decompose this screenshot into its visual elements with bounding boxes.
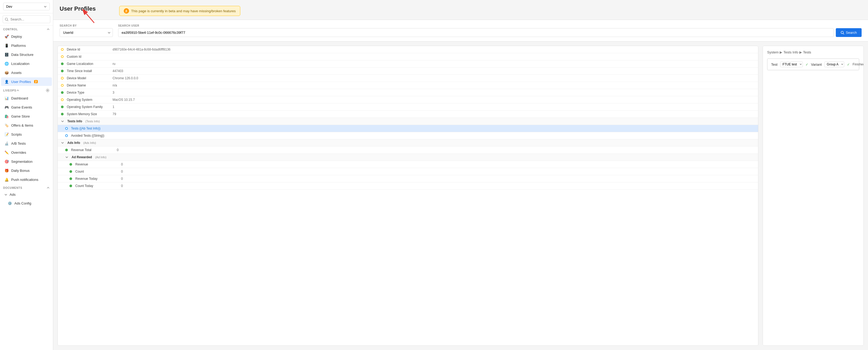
sidebar-item-data-structure[interactable]: 🗄️ Data Structure <box>1 50 52 59</box>
field-time-since-install: Time Since Install 447403 <box>58 68 758 75</box>
dot-system-memory <box>61 113 64 116</box>
tests-info-sublabel: (Tests Info) <box>85 120 100 123</box>
field-os-family: Operating System Family 1 <box>58 103 758 110</box>
sidebar-item-segmentation[interactable]: 🎯 Segmentation <box>1 157 52 166</box>
breadcrumb-arrow-1: ▶ <box>780 50 782 54</box>
label-tests: Tests ({Ab Test Info}) <box>71 127 114 130</box>
localization-icon: 🌐 <box>4 61 9 66</box>
search-by-select[interactable]: UserId CustomId DeviceId <box>60 28 113 37</box>
search-bar: SEARCH BY UserId CustomId DeviceId SEARC… <box>53 20 868 41</box>
search-user-input[interactable] <box>118 28 834 37</box>
liveops-collapse-icon[interactable] <box>16 89 20 92</box>
svg-point-4 <box>841 31 843 33</box>
sidebar-item-push-notifications[interactable]: 🔔 Push notifications <box>1 175 52 184</box>
env-selector[interactable]: Dev <box>0 0 53 13</box>
breadcrumb-tests-info: Tests Info <box>783 50 798 54</box>
data-structure-icon: 🗄️ <box>4 52 9 57</box>
sidebar-item-scripts[interactable]: 📝 Scripts <box>1 130 52 138</box>
right-panel: System ▶ Tests Info ▶ Tests Test FTUE te… <box>763 46 864 346</box>
push-notifications-icon: 🔔 <box>4 177 9 182</box>
dot-device-model <box>61 77 64 79</box>
sidebar-item-ads[interactable]: Ads <box>1 191 52 198</box>
test-check-icon[interactable]: ✓ <box>805 63 808 66</box>
sidebar-search-area <box>0 13 53 26</box>
label-device-model: Device Model <box>67 76 110 80</box>
field-device-model: Device Model Chrome 126.0.0.0 <box>58 75 758 82</box>
finished-label: Finished <box>852 63 864 66</box>
chevron-down-icon <box>44 5 47 8</box>
sidebar-item-game-events[interactable]: 🎮 Game Events <box>1 103 52 112</box>
sidebar-item-localization[interactable]: 🌐 Localization <box>1 59 52 68</box>
sidebar-item-platforms[interactable]: 📱 Platforms <box>1 41 52 50</box>
user-profiles-icon: 👤 <box>4 79 9 84</box>
field-system-memory: System Memory Size 79 <box>58 110 758 118</box>
dot-device-id <box>61 48 64 51</box>
ad-rewarded-expand-icon <box>65 156 68 159</box>
section-ad-rewarded[interactable]: Ad Rewarded (Ad Info) <box>58 154 758 161</box>
scripts-icon: 📝 <box>4 132 9 137</box>
label-system-memory: System Memory Size <box>67 112 110 116</box>
breadcrumb-arrow-2: ▶ <box>799 50 802 54</box>
test-select-wrap: FTUE test <box>780 61 803 67</box>
documents-section-header: DOCUMENTS <box>0 184 53 190</box>
dot-time-since-install <box>61 70 64 72</box>
sidebar-item-deploy[interactable]: 🚀 Deploy <box>1 32 52 41</box>
value-count-today: 0 <box>121 184 123 188</box>
data-panel: Device Id d907160e-64c4-481a-8c68-6dad6f… <box>58 46 758 346</box>
label-revenue-today: Revenue Today <box>75 177 118 181</box>
gear-icon[interactable] <box>45 88 50 93</box>
sidebar-item-dashboard[interactable]: 📊 Dashboard <box>1 94 52 102</box>
breadcrumb: System ▶ Tests Info ▶ Tests <box>767 50 859 54</box>
label-custom-id: Custom Id <box>67 55 110 59</box>
sidebar-item-offers-items[interactable]: 🏷️ Offers & Items <box>1 121 52 129</box>
sidebar-item-user-profiles[interactable]: 👤 User Profiles β <box>1 77 52 86</box>
sidebar-search-input[interactable] <box>3 15 50 23</box>
sidebar-item-ab-tests[interactable]: 🔬 A/B Tests <box>1 139 52 148</box>
section-ads-info[interactable]: Ads Info (Ads Info) <box>58 139 758 147</box>
svg-point-2 <box>47 90 49 91</box>
sidebar-item-overrides[interactable]: ✏️ Overrides <box>1 148 52 157</box>
collapse-icon[interactable] <box>46 28 50 31</box>
value-device-model: Chrome 126.0.0.0 <box>113 76 138 80</box>
docs-collapse-icon[interactable] <box>46 186 50 189</box>
label-avoided-tests: Avoided Tests ({String}) <box>71 134 114 137</box>
content-area: Device Id d907160e-64c4-481a-8c68-6dad6f… <box>53 41 868 350</box>
game-events-icon: 🎮 <box>4 105 9 109</box>
row-count: Count 0 <box>58 168 758 175</box>
field-device-name: Device Name n/a <box>58 82 758 89</box>
daily-bonus-icon: 🎁 <box>4 168 9 173</box>
test-select[interactable]: FTUE test <box>780 61 803 67</box>
value-time-since-install: 447403 <box>113 69 123 73</box>
label-device-name: Device Name <box>67 84 110 87</box>
sidebar-item-game-store[interactable]: 🛍️ Game Store <box>1 112 52 121</box>
row-revenue-total: Revenue Total 0 <box>58 147 758 154</box>
ads-info-sublabel: (Ads Info) <box>83 141 96 145</box>
row-revenue-today: Revenue Today 0 <box>58 175 758 183</box>
control-section-header: CONTROL <box>0 26 53 32</box>
search-input-row: Search <box>118 28 862 37</box>
main-content: User Profiles β This page is currently i… <box>53 0 868 350</box>
sidebar-item-ads-config[interactable]: ⚙️ Ads Config <box>1 199 52 208</box>
ad-rewarded-sublabel: (Ad Info) <box>95 156 106 159</box>
label-device-type: Device Type <box>67 91 110 94</box>
sidebar-item-daily-bonus[interactable]: 🎁 Daily Bonus <box>1 166 52 175</box>
row-avoided-tests[interactable]: Avoided Tests ({String}) <box>58 132 758 139</box>
beta-icon: β <box>124 8 129 13</box>
sidebar-item-assets[interactable]: 📦 Assets <box>1 68 52 77</box>
variant-select[interactable]: Group A <box>824 61 844 67</box>
row-revenue: Revenue 0 <box>58 161 758 168</box>
label-revenue: Revenue <box>75 162 118 166</box>
svg-line-5 <box>843 33 844 34</box>
section-expand-icon <box>61 120 64 123</box>
variant-check-icon[interactable]: ✓ <box>847 63 850 66</box>
search-button[interactable]: Search <box>836 28 862 37</box>
value-device-name: n/a <box>113 84 117 87</box>
label-game-localization: Game Localization <box>67 62 110 66</box>
value-device-type: 3 <box>113 91 115 94</box>
value-device-id: d907160e-64c4-481a-8c68-6dad6fff8136 <box>113 47 170 51</box>
platforms-icon: 📱 <box>4 43 9 48</box>
value-revenue-total: 0 <box>117 148 119 152</box>
search-user-label: SEARCH USER <box>118 24 862 27</box>
row-tests[interactable]: Tests ({Ab Test Info}) <box>58 125 758 132</box>
section-tests-info[interactable]: Tests Info (Tests Info) <box>58 118 758 125</box>
